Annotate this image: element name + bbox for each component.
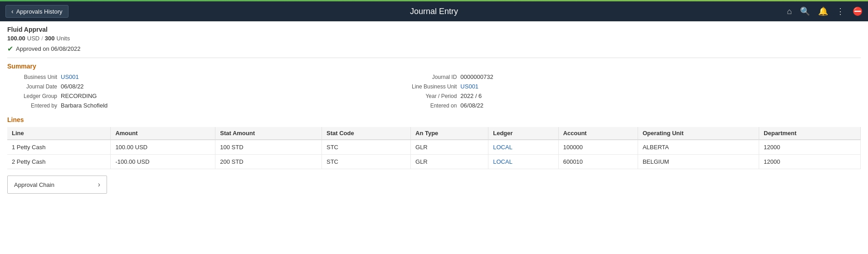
summary-value-line-business-unit: US001	[460, 83, 478, 90]
lines-section: Lines Line Amount Stat Amount Stat Code …	[7, 116, 861, 169]
col-department: Department	[759, 127, 861, 140]
lines-table: Line Amount Stat Amount Stat Code An Typ…	[7, 127, 861, 169]
separator: /	[41, 35, 43, 42]
chevron-left-icon: ‹	[11, 8, 14, 15]
summary-row-entered-by: Entered by Barbara Schofield	[7, 102, 107, 109]
summary-label-year-period: Year / Period	[398, 93, 457, 99]
back-label: Approvals History	[16, 8, 63, 15]
summary-row-ledger-group: Ledger Group RECORDING	[7, 93, 107, 99]
lines-section-title: Lines	[7, 116, 861, 123]
table-row: 2 Petty Cash-100.00 USD200 STDSTCGLRLOCA…	[7, 155, 861, 169]
summary-row-year-period: Year / Period 2022 / 6	[398, 93, 493, 99]
summary-value-entered-on: 06/08/22	[460, 102, 483, 109]
approved-text: Approved on 06/08/2022	[16, 45, 80, 52]
summary-grid: Business Unit US001 Journal Date 06/08/2…	[7, 73, 861, 109]
summary-row-line-business-unit: Line Business Unit US001	[398, 83, 493, 90]
summary-left-col: Business Unit US001 Journal Date 06/08/2…	[7, 73, 107, 109]
summary-label-journal-id: Journal ID	[398, 74, 457, 80]
summary-row-journal-date: Journal Date 06/08/22	[7, 83, 107, 90]
app-title: Fluid Apprval	[7, 26, 861, 33]
header-icon-group: ⌂ 🔍 🔔 ⋮ ⛔	[787, 6, 863, 16]
top-header: ‹ Approvals History Journal Entry ⌂ 🔍 🔔 …	[0, 1, 868, 21]
col-stat-code: Stat Code	[322, 127, 410, 140]
summary-row-journal-id: Journal ID 0000000732	[398, 73, 493, 80]
close-icon[interactable]: ⛔	[853, 6, 863, 16]
col-amount: Amount	[111, 127, 215, 140]
summary-value-business-unit: US001	[61, 73, 79, 80]
lines-table-header-row: Line Amount Stat Amount Stat Code An Typ…	[7, 127, 861, 140]
approval-chain-button[interactable]: Approval Chain ›	[7, 176, 107, 194]
approval-chain-label: Approval Chain	[14, 181, 54, 188]
summary-label-journal-date: Journal Date	[7, 83, 57, 90]
summary-label-business-unit: Business Unit	[7, 74, 57, 80]
amount-line: 100.00 USD / 300 Units	[7, 35, 861, 42]
main-content: Fluid Apprval 100.00 USD / 300 Units ✔ A…	[0, 21, 868, 198]
col-an-type: An Type	[411, 127, 488, 140]
summary-row-business-unit: Business Unit US001	[7, 73, 107, 80]
summary-section-title: Summary	[7, 63, 861, 70]
bell-icon[interactable]: 🔔	[818, 6, 828, 16]
summary-right-col: Journal ID 0000000732 Line Business Unit…	[398, 73, 493, 109]
summary-value-entered-by: Barbara Schofield	[61, 102, 107, 109]
chevron-right-icon: ›	[98, 181, 100, 189]
currency-label: USD	[27, 35, 39, 42]
home-icon[interactable]: ⌂	[787, 7, 792, 16]
col-operating-unit: Operating Unit	[638, 127, 759, 140]
divider-1	[7, 58, 861, 58]
col-ledger: Ledger	[488, 127, 558, 140]
summary-value-ledger-group: RECORDING	[61, 93, 97, 99]
check-icon: ✔	[7, 44, 13, 53]
approved-line: ✔ Approved on 06/08/2022	[7, 44, 861, 53]
more-icon[interactable]: ⋮	[836, 6, 844, 16]
col-line: Line	[7, 127, 111, 140]
units-label: Units	[57, 35, 70, 42]
summary-value-journal-id: 0000000732	[460, 73, 493, 80]
amount-value: 100.00	[7, 35, 25, 42]
summary-label-line-business-unit: Line Business Unit	[398, 83, 457, 90]
col-account: Account	[558, 127, 638, 140]
summary-label-entered-on: Entered on	[398, 103, 457, 109]
summary-value-year-period: 2022 / 6	[460, 93, 482, 99]
summary-value-journal-date: 06/08/22	[61, 83, 84, 90]
units-value: 300	[45, 35, 55, 42]
summary-label-ledger-group: Ledger Group	[7, 93, 57, 99]
summary-label-entered-by: Entered by	[7, 103, 57, 109]
search-icon[interactable]: 🔍	[800, 6, 810, 16]
col-stat-amount: Stat Amount	[215, 127, 322, 140]
summary-row-entered-on: Entered on 06/08/22	[398, 102, 493, 109]
table-row: 1 Petty Cash100.00 USD100 STDSTCGLRLOCAL…	[7, 140, 861, 155]
page-title: Journal Entry	[410, 7, 458, 16]
back-button[interactable]: ‹ Approvals History	[5, 5, 68, 18]
